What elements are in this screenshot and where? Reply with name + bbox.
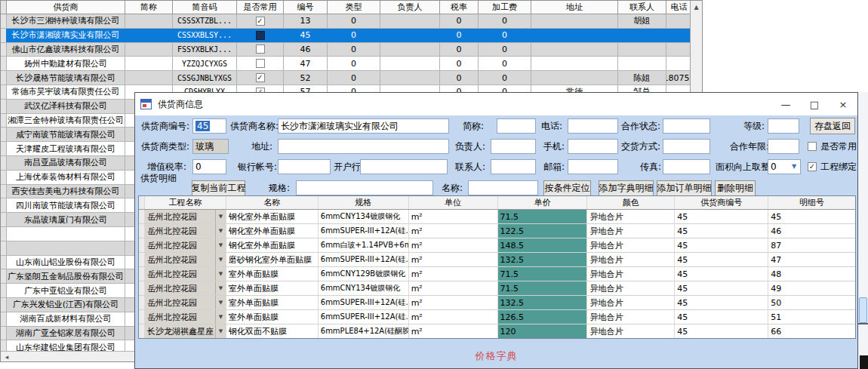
spec-filter-field[interactable] [296, 180, 433, 195]
coop-years-field[interactable] [768, 139, 799, 154]
delivery-label: 交货方式: [621, 139, 660, 154]
col-unit[interactable]: 单位 [409, 196, 498, 209]
project-dropdown-cell[interactable]: 岳州北控花园▼ [145, 224, 226, 238]
detail-cell: 45 [675, 267, 768, 281]
supplier-type-label: 供货商类型: [141, 139, 189, 154]
background-scrollbar-thumb[interactable] [859, 297, 867, 323]
supplier-row[interactable]: 长沙晟格节能玻璃有限公司CSSGJNBLYXGS52000陈姐180751 [1, 71, 702, 85]
project-dropdown-cell[interactable]: 岳州北控花园▼ [145, 267, 226, 281]
col-contact[interactable]: 联系人 [618, 1, 666, 14]
project-dropdown-cell[interactable]: 岳州北控花园▼ [145, 310, 226, 324]
col-color[interactable]: 颜色 [587, 196, 675, 209]
scroll-up-icon[interactable]: ▲ [691, 1, 702, 13]
maximize-button[interactable]: □ [800, 93, 829, 115]
coop-status-field[interactable] [663, 118, 710, 134]
bank-account-field[interactable] [278, 159, 331, 174]
mobile-field[interactable] [568, 139, 618, 154]
supplier-row[interactable]: 扬州中勤建材有限公司YZZQJCYXGS47000 [1, 57, 702, 71]
col-type[interactable]: 类型 [328, 1, 380, 14]
detail-row[interactable]: 岳州北控花园▼室外单面贴膜6mmSUPER-III+12A(硅...m²126.… [139, 310, 855, 324]
name-filter-field[interactable] [468, 180, 538, 195]
detail-row[interactable]: 岳州北控花园▼钢化室外单面贴膜6mm白玻+1.14PVB+6mm...m²148… [139, 238, 855, 253]
vat-rate-field[interactable]: 0 [192, 159, 226, 174]
detail-cell: 66 [768, 324, 855, 338]
supplier-name-field[interactable]: 长沙市潇湘玻璃实业有限公司 [278, 118, 449, 134]
col-code[interactable]: 简音码 [173, 1, 237, 14]
col-name[interactable]: 名称 [226, 196, 319, 209]
project-dropdown-cell[interactable]: 岳州北控花园▼ [145, 253, 226, 266]
often-used-label: 是否常用 [820, 140, 857, 153]
col-supplier-no[interactable]: 供货商编号 [675, 196, 768, 209]
detail-cell: m² [409, 281, 498, 295]
detail-group-label: 供货明细 [140, 172, 177, 185]
col-fee[interactable]: 加工费 [479, 1, 531, 14]
project-dropdown-cell[interactable]: 岳州北控花园▼ [145, 210, 226, 223]
project-dropdown-cell[interactable]: 岳州北控花园▼ [145, 296, 226, 309]
fax-field[interactable] [663, 159, 710, 174]
add-order-detail-button[interactable]: 添加订单明细 [657, 180, 712, 196]
often-used-checkbox[interactable]: 是否常用 [808, 139, 857, 154]
checkbox-icon[interactable] [256, 59, 265, 68]
checkbox-checked-icon[interactable] [256, 17, 265, 26]
col-address[interactable]: 地址 [531, 1, 618, 14]
checkbox-icon[interactable] [256, 31, 265, 40]
copy-project-button[interactable]: 复制当前工程 [192, 180, 245, 196]
detail-row[interactable]: 岳州北控花园▼室外单面贴膜6mmSUPER-III+12A(硅...m²132.… [139, 296, 855, 310]
add-dict-detail-button[interactable]: 添加字典明细 [599, 180, 654, 196]
close-button[interactable]: × [829, 93, 857, 115]
supplier-row[interactable]: 佛山市亿鑫玻璃科技有限公司FSSYXBLKJ...46000 [1, 43, 702, 57]
grid-cell [237, 14, 284, 28]
col-common[interactable]: 是否常用 [237, 1, 284, 14]
abbr-label: 简称: [463, 118, 484, 134]
occluded-window-fragment [860, 355, 868, 369]
col-spec[interactable]: 规格 [319, 196, 409, 209]
phone-field[interactable] [568, 118, 618, 134]
col-abbr[interactable]: 简称 [125, 1, 173, 14]
col-detail-no[interactable]: 明细号 [768, 196, 855, 209]
grade-field[interactable] [768, 118, 799, 134]
col-project-name[interactable]: 工程名称 [145, 196, 226, 209]
delivery-field[interactable] [663, 139, 710, 154]
col-no[interactable]: 编号 [284, 1, 328, 14]
project-bind-checkbox[interactable]: 工程绑定 [808, 159, 857, 174]
col-phone[interactable]: 电话 [666, 1, 691, 14]
project-dropdown-cell[interactable]: 岳州北控花园▼ [145, 238, 226, 252]
chevron-down-icon: ▼ [215, 324, 226, 338]
abbr-field[interactable] [497, 118, 536, 134]
col-tax[interactable]: 税率 [440, 1, 479, 14]
save-return-button[interactable]: 存盘返回 [810, 118, 855, 134]
grid-cell: 四川南玻节能玻璃有限公司 [7, 198, 125, 212]
project-dropdown-cell[interactable]: 岳州北控花园▼ [145, 281, 226, 295]
bank-branch-field[interactable] [360, 159, 448, 174]
checkbox-checked-icon[interactable] [256, 73, 265, 82]
col-manager[interactable]: 负责人 [380, 1, 440, 14]
grid-cell: 山东南山铝业股份有限公司 [7, 256, 125, 269]
address-field[interactable] [278, 139, 449, 154]
col-unit-price[interactable]: 单价 [498, 196, 588, 209]
supplier-row[interactable]: 长沙市潇湘玻璃实业有限公司CSSXXBLSY...45000 [1, 29, 702, 43]
supplier-row[interactable]: 长沙市三湘特种玻璃有限公司CSSSXTZBL...13000胡姐 [1, 14, 702, 29]
scroll-left-icon[interactable]: ◂ [1, 353, 13, 361]
detail-row[interactable]: 岳州北控花园▼室外单面贴膜6mmCNY129B镀膜钢化m²71.5异地合片454… [139, 267, 855, 281]
detail-row[interactable]: 岳州北控花园▼室外单面贴膜6mmCNY134镀膜钢化m²71.5异地合片4549 [139, 281, 855, 296]
detail-row[interactable]: 岳州北控花园▼磨砂钢化室外单面贴膜6mmSUPER-III+12A(硅...m²… [139, 253, 855, 267]
detail-row[interactable]: 岳州北控花园▼钢化室外单面贴膜6mmSUPER-III+12A(硅...m²12… [139, 224, 855, 238]
detail-row[interactable]: 岳州北控花园▼钢化室外单面贴膜6mmCNY134镀膜钢化m²71.5异地合片45… [139, 210, 855, 224]
checkbox-icon[interactable] [256, 45, 265, 54]
area-round-up-select[interactable]: 0 ▼ [768, 159, 801, 174]
col-supplier[interactable]: 供货商 [7, 1, 125, 14]
email-field[interactable] [568, 159, 618, 174]
project-dropdown-cell[interactable]: 长沙龙湖祺鑫星座▼ [145, 324, 226, 338]
row-selector [1, 71, 7, 85]
detail-cell: 45 [675, 310, 768, 324]
supplier-no-field[interactable]: 45 [192, 118, 226, 134]
grid-cell: 南昌亚晶玻璃有限公司 [7, 156, 125, 170]
minimize-button[interactable]: — [771, 93, 800, 115]
delete-detail-button[interactable]: 删除明细 [715, 180, 756, 196]
manager-field[interactable] [491, 139, 536, 154]
supplier-type-field[interactable]: 玻璃 [192, 139, 229, 154]
locate-by-condition-button[interactable]: 按条件定位 [543, 180, 591, 196]
contact-field[interactable] [491, 159, 536, 174]
bank-account-label: 银行帐号: [238, 159, 277, 174]
detail-row[interactable]: 长沙龙湖祺鑫星座▼钢化双面不贴膜6mmPLE84+12A(硅酮胶...m²120… [139, 324, 855, 339]
